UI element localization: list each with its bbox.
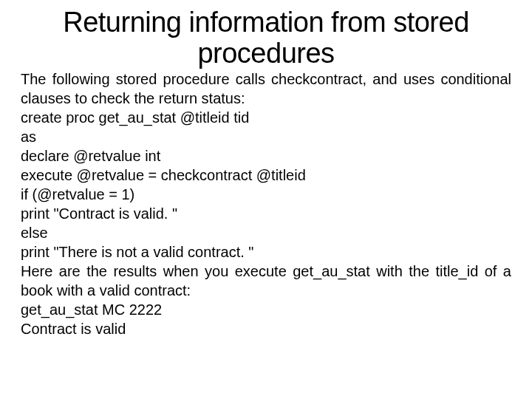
code-line: print "There is not a valid contract. " — [21, 242, 511, 262]
result-line: get_au_stat MC 2222 — [21, 300, 511, 319]
slide-title: Returning information from stored proced… — [21, 7, 511, 69]
code-line: if (@retvalue = 1) — [21, 185, 511, 204]
code-line: execute @retvalue = checkcontract @title… — [21, 166, 511, 185]
results-intro: Here are the results when you execute ge… — [21, 262, 511, 300]
intro-text: The following stored procedure calls che… — [21, 69, 511, 108]
code-line: declare @retvalue int — [21, 146, 511, 166]
result-line: Contract is valid — [21, 319, 511, 338]
code-line: as — [21, 127, 511, 146]
code-line: print "Contract is valid. " — [21, 204, 511, 223]
code-line: create proc get_au_stat @titleid tid — [21, 108, 511, 127]
slide-container: Returning information from stored proced… — [0, 0, 532, 399]
code-line: else — [21, 223, 511, 242]
body-content: The following stored procedure calls che… — [21, 69, 511, 338]
